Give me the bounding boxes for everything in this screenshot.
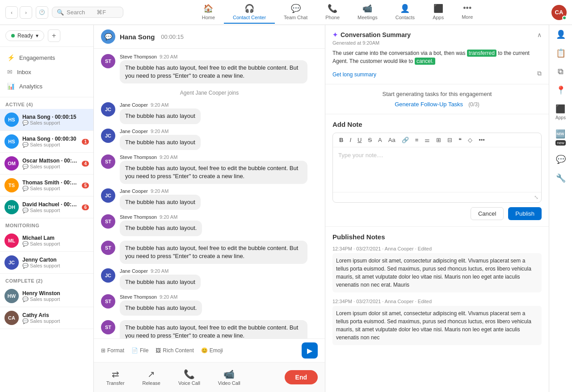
message-group: ST Steve Thompson9:20 AM The bubble has …	[101, 214, 318, 236]
note-tool-ordered-list[interactable]: ⚌	[423, 136, 432, 144]
nav-forward-button[interactable]: ›	[20, 6, 32, 19]
far-right-profile[interactable]: 👤	[556, 29, 566, 39]
rich-content-label: Rich Content	[163, 347, 193, 354]
nav-tab-more[interactable]: •••More	[453, 1, 482, 24]
nav-history-button[interactable]: 🕐	[36, 6, 48, 19]
msg-bubble: The bubble has auto layout.	[120, 300, 202, 316]
conv-info-jc: Jenny Carton 💬Sales support	[22, 257, 89, 269]
search-box[interactable]: 🔍 Search ⌘F	[52, 7, 123, 18]
published-notes: Published Notes 12:34PM · 03/27/2021 · A…	[325, 227, 549, 358]
publish-note-button[interactable]: Publish	[508, 207, 542, 220]
format-label: Format	[107, 347, 124, 354]
note-tool-font-size[interactable]: Aa	[387, 136, 397, 144]
conv-avatar-jc: JC	[4, 255, 19, 270]
status-dropdown[interactable]: Ready ▾	[5, 30, 44, 41]
toolbar-file[interactable]: 📄File	[131, 347, 148, 354]
note-tool-underline[interactable]: U	[356, 136, 363, 144]
conv-avatar-om: OM	[4, 156, 19, 171]
copy-summary-button[interactable]: ⧉	[537, 70, 542, 77]
sidebar-nav-analytics[interactable]: 📊Analytics	[0, 79, 93, 93]
far-right-chat2[interactable]: 💬	[556, 154, 566, 164]
send-button[interactable]: ▶	[302, 342, 318, 359]
note-tool-indent[interactable]: ⊞	[434, 136, 443, 144]
action-video-call[interactable]: 📹Video Call	[213, 367, 246, 388]
conv-name-hs1: Hana Song · 00:00:15	[22, 114, 89, 120]
nav-tab-phone[interactable]: 📞Phone	[316, 1, 349, 24]
conv-item-om[interactable]: OM Oscar Mattson · 00:00:20 💬Sales suppo…	[0, 153, 93, 175]
nav-tab-home[interactable]: 🏠Home	[193, 1, 224, 24]
message-group: ST Steve Thompson9:20 AM The bubble has …	[101, 154, 318, 184]
nav-tab-contact-center[interactable]: 🎧Contact Center	[224, 1, 275, 24]
note-tool-italic[interactable]: I	[348, 136, 353, 144]
add-engagement-button[interactable]: +	[48, 29, 60, 42]
far-right-apps[interactable]: ⬛Apps	[555, 104, 566, 120]
far-right-location[interactable]: 📍	[556, 85, 566, 95]
conv-item-hs1[interactable]: HS Hana Song · 00:00:15 💬Sales support	[0, 109, 93, 131]
conv-item-hs2[interactable]: HS Hana Song · 00:00:30 💬Sales support 1	[0, 131, 93, 153]
nav-tab-label-apps: Apps	[433, 15, 444, 20]
far-right-tools[interactable]: 🔧	[556, 173, 566, 183]
conv-item-ca[interactable]: CA Cathy Aris 💬Sales support	[0, 307, 93, 329]
note-tool-list[interactable]: ≡	[413, 136, 421, 144]
new-badge: new	[555, 140, 566, 146]
meetings-icon: 📹	[362, 4, 372, 13]
note-tool-link[interactable]: 🔗	[400, 136, 411, 144]
apps-icon: ⬛	[433, 4, 443, 13]
note-tool-more[interactable]: •••	[477, 136, 487, 144]
note-tool-outdent[interactable]: ⊟	[446, 136, 454, 144]
toolbar-format[interactable]: ⊞Format	[101, 347, 124, 354]
conv-name-hs2: Hana Song · 00:00:30	[22, 136, 78, 142]
toolbar-rich-content[interactable]: 🖼Rich Content	[156, 347, 193, 354]
msg-meta: Jane Cooper9:20 AM	[120, 268, 201, 274]
note-tool-highlight[interactable]: A	[376, 136, 384, 144]
action-voice-call[interactable]: 📞Voice Call	[173, 367, 206, 388]
message-group: ST Steve Thompson9:20 AM The bubble has …	[101, 54, 318, 83]
nav-tab-label-phone: Phone	[325, 15, 340, 20]
msg-bubble: The bubble has auto layout, feel free to…	[120, 241, 307, 264]
toolbar-emoji[interactable]: 😊Emoji	[201, 347, 223, 354]
nav-tab-label-home: Home	[202, 15, 215, 20]
badge-hs2: 1	[82, 139, 89, 145]
conv-item-ts[interactable]: TS Thomas Smith · 00:00:32 💬Sales suppor…	[0, 175, 93, 196]
generate-tasks-button[interactable]: Generate Follow-Up Tasks	[395, 101, 463, 108]
far-right-new[interactable]: 🆕new	[555, 129, 566, 146]
conv-item-dh[interactable]: DH David Hachuel · 00:00:35 💬Sales suppo…	[0, 196, 93, 218]
note-tool-bold[interactable]: B	[337, 136, 345, 144]
nav-tab-team-chat[interactable]: 💬Team Chat	[275, 1, 316, 24]
conv-item-ml[interactable]: ML Michael Lam 💬Sales support	[0, 230, 93, 252]
user-avatar[interactable]: CA	[551, 5, 567, 20]
msg-bubble: The bubble has auto layout	[120, 135, 201, 150]
msg-content: The bubble has auto layout, feel free to…	[120, 320, 307, 338]
cancel-note-button[interactable]: Cancel	[471, 207, 504, 220]
conv-item-hw[interactable]: HW Henry Winston 💬Sales support	[0, 285, 93, 307]
nav-back-button[interactable]: ‹	[5, 6, 18, 19]
end-button[interactable]: End	[285, 370, 318, 384]
note-tool-strikethrough[interactable]: S	[366, 136, 374, 144]
msg-bubble: The bubble has auto layout	[120, 275, 201, 290]
file-icon: 📄	[131, 347, 138, 354]
summary-generated-time: Generated at 9:20AM	[332, 40, 542, 46]
far-right-notes[interactable]: 📋	[556, 48, 566, 58]
sidebar-nav-inbox[interactable]: ✉Inbox	[0, 65, 93, 79]
action-release[interactable]: ↗Release	[137, 367, 166, 388]
nav-tab-meetings[interactable]: 📹Meetings	[349, 1, 387, 24]
note-tool-code[interactable]: ◇	[466, 136, 474, 144]
sidebar-nav-engagements[interactable]: ⚡Engagements	[0, 50, 93, 65]
add-note-section: Add Note B I U S A Aa 🔗 ≡ ⚌ ⊞ ⊟ ❝ ◇ •••	[325, 114, 549, 227]
nav-tab-apps[interactable]: ⬛Apps	[424, 1, 453, 24]
conv-info-ca: Cathy Aris 💬Sales support	[22, 312, 89, 324]
msg-meta: Steve Thompson9:20 AM	[120, 214, 202, 220]
conv-sub-om: 💬Sales support	[22, 164, 78, 170]
conv-sub-icon-jc: 💬	[22, 263, 29, 269]
add-note-title: Add Note	[332, 121, 542, 128]
note-tool-quote[interactable]: ❝	[457, 136, 463, 144]
status-label: Ready	[17, 33, 33, 39]
get-long-summary-button[interactable]: Get long summary	[332, 71, 376, 78]
far-right-copy2[interactable]: ⧉	[558, 67, 564, 76]
conv-avatar-dh: DH	[4, 200, 19, 214]
nav-tab-contacts[interactable]: 👤Contacts	[387, 1, 424, 24]
conv-item-jc[interactable]: JC Jenny Carton 💬Sales support	[0, 252, 93, 274]
summary-collapse-button[interactable]: ∧	[537, 31, 542, 38]
action-transfer[interactable]: ⇄Transfer	[101, 367, 130, 388]
note-input[interactable]: Type your note....	[333, 147, 541, 192]
